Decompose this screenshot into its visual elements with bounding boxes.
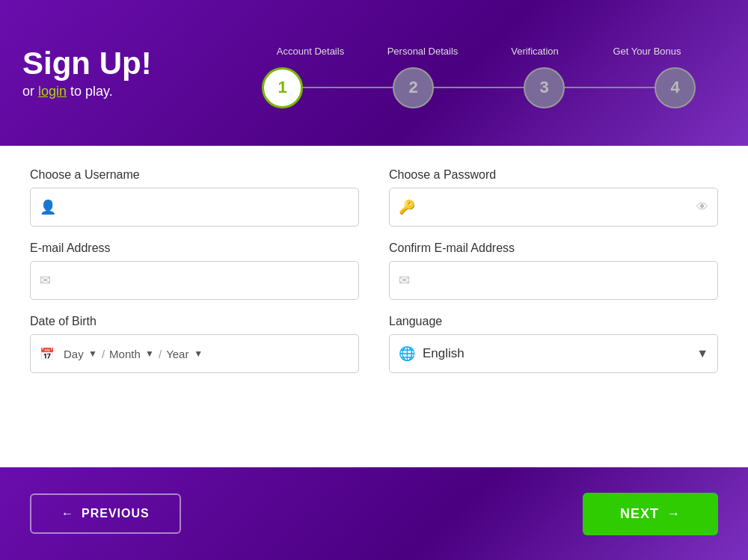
username-input[interactable] [64,201,349,214]
login-link[interactable]: login [38,84,67,99]
sign-up-title: Sign Up! [22,46,232,81]
password-input-wrapper: 🔑 👁 [389,188,718,227]
language-group: Language 🌐 English ▼ [389,315,718,373]
confirm-email-input[interactable] [417,274,708,287]
arrow-right-icon: → [666,506,681,522]
confirm-email-icon: ✉ [399,272,410,289]
language-label: Language [389,315,718,328]
confirm-email-group: Confirm E-mail Address ✉ [389,241,718,300]
email-input-wrapper: ✉ [30,261,359,300]
dob-group: Date of Birth 📅 Day ▼ / Month ▼ / Year ▼ [30,315,359,373]
dob-year-chevron: ▼ [194,348,203,359]
step-bubbles: 1 2 3 4 [262,67,696,108]
email-group: E-mail Address ✉ [30,241,359,300]
email-label: E-mail Address [30,241,359,255]
email-input[interactable] [58,274,349,287]
login-subtext: or login to play. [22,84,232,99]
dob-day-select[interactable]: Day [64,348,84,360]
steps-container: Account Details Personal Details Verific… [232,38,726,108]
username-input-wrapper: 👤 [30,188,359,227]
key-icon: 🔑 [399,199,415,215]
form-grid: Choose a Username 👤 Choose a Password 🔑 … [30,168,718,373]
next-button[interactable]: NEXT → [583,493,718,535]
step-label-3: Verification [486,46,583,57]
confirm-email-input-wrapper: ✉ [389,261,718,300]
dob-wrapper: 📅 Day ▼ / Month ▼ / Year ▼ [30,334,359,373]
step-labels: Account Details Personal Details Verific… [262,46,696,57]
password-label: Choose a Password [389,168,718,182]
step-bubble-3[interactable]: 3 [524,67,565,108]
step-label-4: Get Your Bonus [598,46,696,57]
form-area: Choose a Username 👤 Choose a Password 🔑 … [0,146,748,467]
to-play-text: to play. [70,84,113,99]
step-connector-line [283,87,675,88]
dob-label: Date of Birth [30,315,359,328]
language-value: English [423,346,696,361]
header: Sign Up! or login to play. Account Detai… [0,0,748,146]
arrow-left-icon: ← [61,507,74,520]
username-label: Choose a Username [30,168,359,182]
step-bubble-1[interactable]: 1 [262,67,303,108]
email-icon: ✉ [40,272,51,289]
calendar-icon: 📅 [40,347,55,361]
step-bubble-4[interactable]: 4 [654,67,696,108]
footer: ← PREVIOUS NEXT → [0,467,748,560]
globe-icon: 🌐 [399,345,415,362]
next-label: NEXT [620,506,659,522]
dob-month-select[interactable]: Month [109,348,141,360]
language-select-wrapper[interactable]: 🌐 English ▼ [389,334,718,373]
branding: Sign Up! or login to play. [22,46,232,99]
eye-icon[interactable]: 👁 [696,200,708,214]
dob-year-select[interactable]: Year [166,348,189,360]
previous-button[interactable]: ← PREVIOUS [30,493,181,534]
step-bubble-2[interactable]: 2 [393,67,434,108]
password-input[interactable] [423,201,696,214]
dob-day-chevron: ▼ [88,348,97,359]
username-group: Choose a Username 👤 [30,168,359,227]
language-chevron-icon: ▼ [696,347,708,360]
password-group: Choose a Password 🔑 👁 [389,168,718,227]
step-label-2: Personal Details [374,46,471,57]
dob-month-chevron: ▼ [145,348,154,359]
user-icon: 👤 [40,199,56,215]
previous-label: PREVIOUS [82,507,150,520]
confirm-email-label: Confirm E-mail Address [389,241,718,255]
or-text: or [22,84,34,99]
step-label-1: Account Details [262,46,359,57]
